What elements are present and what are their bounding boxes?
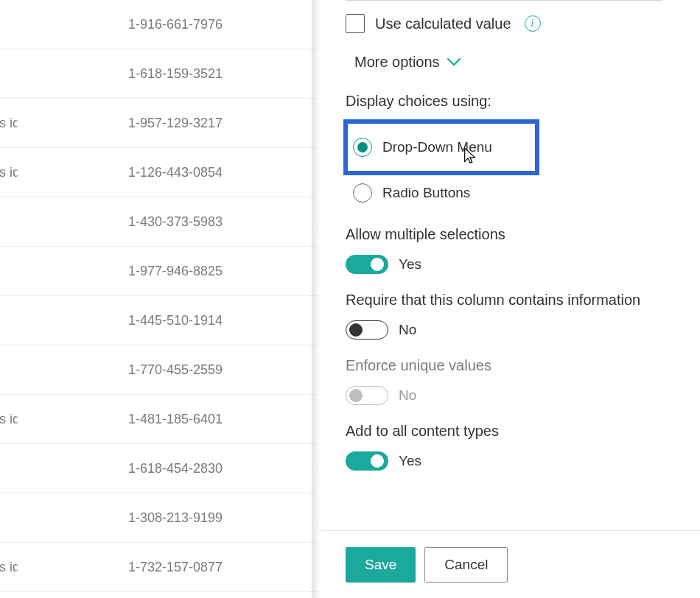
list-row[interactable]: rhoncus ides1-957-129-3217 — [0, 99, 317, 148]
list-row[interactable]: 1-977-946-8825 — [0, 247, 317, 296]
cancel-button[interactable]: Cancel — [424, 547, 508, 583]
panel-body: Use calculated value i More options Disp… — [321, 0, 700, 530]
cell-phone: 1-430-373-5983 — [128, 214, 223, 230]
list-row[interactable]: 1-618-159-3521 — [0, 49, 317, 99]
cell-phone: 1-481-185-6401 — [128, 412, 223, 427]
list-row[interactable]: 1-445-510-1914 — [0, 296, 317, 345]
column-settings-panel: Use calculated value i More options Disp… — [321, 0, 700, 598]
cell-phone: 1-916-661-7976 — [128, 17, 223, 32]
cell-phone: 1-445-510-1914 — [128, 313, 223, 328]
allow-multiple-label: Allow multiple selections — [346, 226, 675, 243]
more-options-toggle[interactable]: More options — [354, 54, 461, 71]
use-calculated-checkbox[interactable] — [346, 14, 365, 33]
cell-text: rhoncus ides — [0, 412, 18, 427]
cell-phone: 1-957-129-3217 — [128, 116, 223, 131]
content-types-label: Add to all content types — [346, 423, 675, 440]
content-types-value: Yes — [399, 453, 421, 469]
cell-text: rhoncus ides — [0, 560, 18, 575]
chevron-down-icon — [447, 54, 461, 71]
list-row[interactable]: rhoncus ides1-126-443-0854 — [0, 148, 317, 197]
list-row[interactable]: 1-770-455-2559 — [0, 345, 317, 395]
list-row[interactable]: 1-916-661-7976 — [0, 0, 317, 49]
use-calculated-row: Use calculated value i — [346, 14, 675, 33]
radio-icon — [353, 138, 372, 157]
radio-option-radio-buttons[interactable]: Radio Buttons — [346, 177, 537, 208]
list-row[interactable]: rhoncus ides1-732-157-0877 — [0, 543, 317, 592]
save-button[interactable]: Save — [346, 547, 416, 583]
list-row[interactable]: 1-618-454-2830 — [0, 444, 317, 493]
radio-icon — [353, 183, 372, 203]
enforce-unique-label: Enforce unique values — [346, 357, 675, 374]
enforce-unique-value: No — [399, 387, 416, 404]
radio-option-dropdown[interactable]: Drop-Down Menu — [346, 122, 537, 173]
more-options-label: More options — [354, 54, 440, 71]
cell-phone: 1-732-157-0877 — [128, 560, 223, 575]
cell-phone: 1-308-213-9199 — [128, 510, 223, 526]
panel-divider — [312, 0, 321, 598]
allow-multiple-row: Yes — [346, 255, 675, 274]
radio-label: Radio Buttons — [382, 185, 470, 201]
cell-phone: 1-618-159-3521 — [128, 66, 223, 82]
allow-multiple-value: Yes — [399, 256, 421, 272]
content-types-toggle[interactable] — [346, 451, 388, 471]
enforce-unique-row: No — [346, 386, 675, 405]
radio-label: Drop-Down Menu — [382, 139, 492, 155]
list-row[interactable]: rhoncus ides1-481-185-6401 — [0, 395, 317, 444]
background-list: 1-916-661-7976 1-618-159-3521 rhoncus id… — [0, 0, 317, 598]
content-types-row: Yes — [346, 451, 675, 471]
require-value: No — [399, 322, 416, 338]
list-row[interactable]: 1-308-213-9199 — [0, 493, 317, 543]
require-label: Require that this column contains inform… — [346, 292, 655, 309]
cell-text: rhoncus ides — [0, 116, 18, 131]
cell-phone: 1-770-455-2559 — [128, 362, 223, 378]
require-row: No — [346, 320, 675, 340]
info-icon[interactable]: i — [525, 15, 541, 32]
display-choices-group: Drop-Down Menu Radio Buttons — [346, 122, 675, 208]
list-row[interactable]: 1-430-373-5983 — [0, 197, 317, 247]
cell-phone: 1-977-946-8825 — [128, 264, 223, 279]
panel-footer: Save Cancel — [321, 530, 700, 598]
display-choices-label: Display choices using: — [346, 93, 675, 110]
cell-phone: 1-126-443-0854 — [128, 165, 223, 180]
use-calculated-label: Use calculated value — [375, 15, 511, 32]
cell-text: rhoncus ides — [0, 165, 18, 180]
separator — [346, 0, 662, 1]
require-toggle[interactable] — [346, 320, 388, 340]
allow-multiple-toggle[interactable] — [346, 255, 388, 274]
cell-phone: 1-618-454-2830 — [128, 461, 223, 476]
enforce-unique-toggle — [346, 386, 388, 405]
